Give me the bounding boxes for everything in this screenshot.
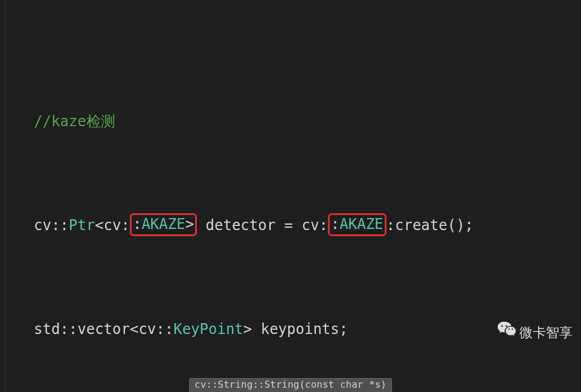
code-text: : — [331, 216, 339, 233]
intellisense-tooltip: cv::String::String(const char *s) — [189, 378, 392, 392]
type-name: KeyPoint — [173, 321, 243, 338]
code-text: : — [133, 216, 141, 233]
code-line: cv::Ptr<cv::AKAZE> detector = cv::AKAZE:… — [0, 213, 581, 239]
code-text: :create(); — [387, 217, 474, 234]
highlight-box: :AKAZE> — [130, 213, 197, 236]
code-text: > — [185, 216, 194, 233]
code-text: <cv: — [95, 217, 130, 234]
code-text: cv:: — [34, 217, 69, 234]
highlight-box: :AKAZE — [328, 213, 387, 236]
type-name: AKAZE — [339, 216, 383, 233]
code-text: detector = cv: — [197, 217, 328, 234]
code-line: //kaze检测 — [0, 109, 581, 135]
code-text: > keypoints; — [243, 321, 348, 338]
code-text: std::vector<cv:: — [34, 321, 173, 338]
type-name: AKAZE — [141, 216, 185, 233]
watermark: 微卡智享 — [475, 294, 573, 371]
type-name: Ptr — [69, 217, 95, 234]
comment: //kaze检测 — [34, 113, 115, 130]
wechat-icon — [475, 294, 516, 371]
watermark-text: 微卡智享 — [519, 320, 573, 345]
code-editor: //kaze检测 cv::Ptr<cv::AKAZE> detector = c… — [0, 0, 581, 392]
